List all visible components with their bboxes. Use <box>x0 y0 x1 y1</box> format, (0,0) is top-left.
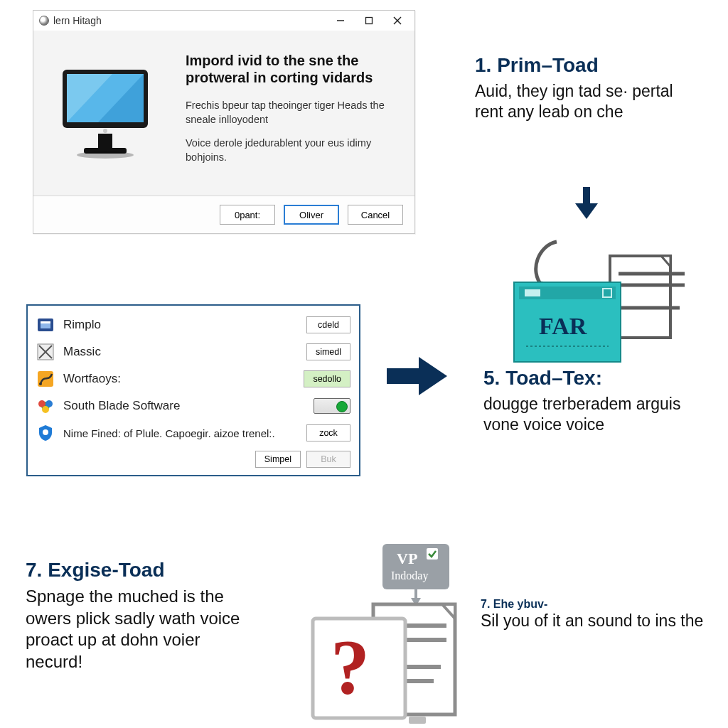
question-document-icon: ? <box>291 590 476 728</box>
dialog-paragraph-2: Voice derole jdedurablent your eus idimy… <box>186 136 396 164</box>
step-7-left-body: Spnage the muched is the owers plick sad… <box>26 586 260 673</box>
massic-icon <box>36 343 55 361</box>
program-list-panel: Rimplo cdeld Massic simedl Wortfaoys: se… <box>26 304 360 476</box>
oliver-button[interactable]: Oliver <box>284 205 339 225</box>
svg-rect-14 <box>41 321 50 323</box>
simedl-button[interactable]: simedl <box>306 343 350 360</box>
wizard-dialog: lern Hitagh <box>33 10 415 234</box>
list-item[interactable]: Nime Fined: of Plule. Capoegir. aizoe tr… <box>35 419 352 446</box>
dialog-paragraph-1: Frechis bpeur tap theoinger tiger Heads … <box>186 99 396 127</box>
step-1-body: Auid, they ign tad se· pertal rent any l… <box>475 81 702 123</box>
svg-rect-1 <box>366 18 373 24</box>
window-title: lern Hitagh <box>53 15 102 26</box>
svg-text:Indoday: Indoday <box>391 569 428 582</box>
far-diagram: FAR <box>489 238 688 369</box>
svg-point-11 <box>77 151 134 159</box>
rimplo-icon <box>36 316 55 334</box>
list-item[interactable]: South Blade Software <box>35 392 352 419</box>
svg-point-23 <box>42 406 49 413</box>
south-blade-icon <box>36 397 55 415</box>
list-item[interactable]: Rimplo cdeld <box>35 311 352 338</box>
svg-rect-9 <box>98 134 112 148</box>
list-item[interactable]: Massic simedl <box>35 338 352 365</box>
svg-text:VP: VP <box>397 550 417 567</box>
toggle-switch[interactable] <box>314 398 350 414</box>
svg-point-8 <box>103 129 107 133</box>
app-icon <box>39 16 49 26</box>
opant-button[interactable]: 0pant: <box>220 205 275 225</box>
sedollo-button[interactable]: sedollo <box>304 370 350 387</box>
step-5-block: 5. Toad–Tex: dougge trerberadem arguis v… <box>483 367 711 436</box>
list-item[interactable]: Wortfaoys: sedollo <box>35 365 352 392</box>
buk-button[interactable]: Buk <box>306 451 350 468</box>
arrow-down-icon <box>565 183 608 225</box>
svg-rect-49 <box>409 717 426 724</box>
step-7-left-block: 7. Exgise-Toad Spnage the muched is the … <box>26 559 260 673</box>
svg-rect-32 <box>525 289 540 296</box>
svg-rect-39 <box>427 548 438 560</box>
svg-point-19 <box>39 382 42 385</box>
maximize-button[interactable] <box>355 12 383 29</box>
list-item-label: Nime Fined: of Plule. Capoegir. aizoe tr… <box>63 427 275 439</box>
step-1-heading: 1. Prim–Toad <box>475 54 702 77</box>
svg-marker-25 <box>575 203 598 219</box>
svg-rect-35 <box>387 368 421 384</box>
wortfaoys-icon <box>36 370 55 388</box>
arrow-right-icon <box>383 351 451 404</box>
step-7-right-heading: 7. Ehe ybuv- <box>481 598 547 610</box>
step-5-body: dougge trerberadem arguis vone voice voi… <box>483 394 711 436</box>
cdeld-button[interactable]: cdeld <box>306 316 350 333</box>
step-1-block: 1. Prim–Toad Auid, they ign tad se· pert… <box>475 54 702 123</box>
step-7-left-heading: 7. Exgise-Toad <box>26 559 260 582</box>
simpel-button[interactable]: Simpel <box>255 451 301 468</box>
step-7-right-body: Sil you of it an sound to ins the <box>481 611 708 631</box>
cancel-button[interactable]: Cancel <box>348 205 403 225</box>
titlebar: lern Hitagh <box>33 11 414 31</box>
nime-fined-icon <box>36 424 55 442</box>
close-button[interactable] <box>383 12 412 29</box>
step-7-right-block: 7. Ehe ybuv- Sil you of it an sound to i… <box>481 598 708 631</box>
far-label: FAR <box>539 313 587 339</box>
list-item-label: Massic <box>63 345 101 359</box>
list-item-label: Wortfaoys: <box>63 372 121 386</box>
monitor-illustration <box>52 52 166 174</box>
zock-button[interactable]: zock <box>306 424 350 441</box>
svg-point-24 <box>43 429 48 435</box>
svg-text:?: ? <box>331 623 370 710</box>
list-item-label: Rimplo <box>63 318 101 332</box>
dialog-heading: Impord ivid to the sne the protweral in … <box>186 52 396 86</box>
list-item-label: South Blade Software <box>63 399 180 413</box>
minimize-button[interactable] <box>326 12 355 29</box>
svg-marker-36 <box>419 357 447 395</box>
step-5-heading: 5. Toad–Tex: <box>483 367 711 390</box>
